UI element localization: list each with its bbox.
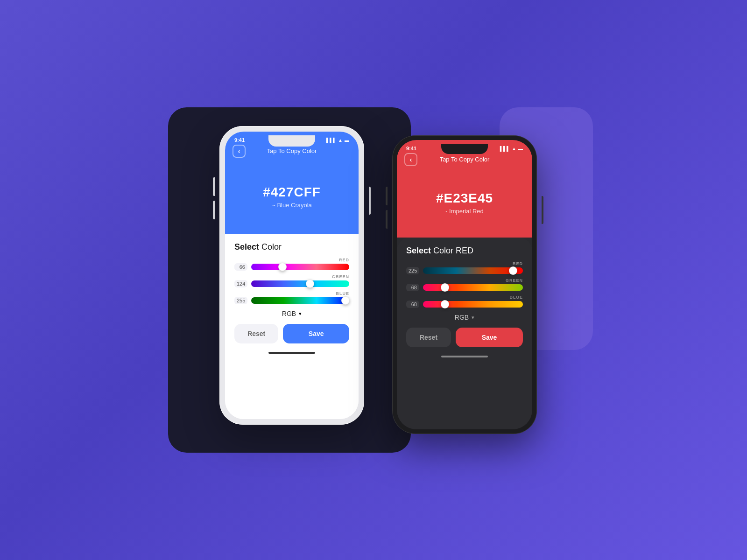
- header-title-white: Tap To Copy Color: [267, 147, 317, 154]
- status-time-dark: 9:41: [406, 146, 416, 151]
- phone-black: 9:41 ▌▌▌ ▲ ▬ ‹ Tap To Copy Color: [392, 135, 537, 434]
- reset-button-dark[interactable]: Reset: [406, 328, 451, 347]
- slider-inner-green-white: 124: [234, 280, 349, 287]
- slider-value-green-dark: 68: [406, 284, 419, 291]
- rgb-row-dark[interactable]: RGB ▾: [406, 314, 523, 321]
- color-name-dark: - Imperial Red: [445, 208, 484, 215]
- phone-white-wrapper: 9:41 ▌▌▌ ▲ ▬ ‹ Tap To Copy Color: [219, 126, 364, 425]
- volume-down-btn-dark[interactable]: [386, 210, 388, 229]
- slider-thumb-blue-white[interactable]: [341, 296, 350, 305]
- save-button-white[interactable]: Save: [283, 324, 349, 343]
- slider-label-blue-dark: BLUE: [406, 295, 523, 300]
- slider-row-red-white: RED 66: [234, 258, 349, 271]
- scene: 9:41 ▌▌▌ ▲ ▬ ‹ Tap To Copy Color: [140, 70, 607, 490]
- select-bold-dark: Select: [406, 246, 431, 255]
- color-display-blue[interactable]: #427CFF ~ Blue Crayola: [225, 159, 359, 234]
- rgb-row-white[interactable]: RGB ▾: [234, 310, 349, 317]
- back-button-white[interactable]: ‹: [233, 145, 246, 158]
- color-name-white: ~ Blue Crayola: [272, 202, 312, 209]
- slider-value-red-dark: 225: [406, 267, 419, 274]
- slider-track-red-dark[interactable]: [423, 267, 523, 274]
- signal-icon-white: ▌▌▌: [326, 138, 336, 143]
- slider-track-green-white[interactable]: [251, 280, 349, 287]
- status-icons-white: ▌▌▌ ▲ ▬: [326, 138, 349, 143]
- slider-thumb-blue-dark[interactable]: [441, 300, 449, 308]
- slider-row-green-white: GREEN 124: [234, 274, 349, 287]
- signal-icon-dark: ▌▌▌: [500, 146, 510, 151]
- slider-track-green-dark[interactable]: [423, 284, 523, 291]
- slider-value-blue-dark: 68: [406, 301, 419, 308]
- slider-row-blue-dark: BLUE 68: [406, 295, 523, 308]
- wifi-icon-dark: ▲: [512, 146, 516, 151]
- power-btn-dark[interactable]: [542, 196, 543, 224]
- slider-label-green-white: GREEN: [234, 274, 349, 279]
- phone-black-wrapper: 9:41 ▌▌▌ ▲ ▬ ‹ Tap To Copy Color: [392, 135, 537, 434]
- slider-track-blue-white[interactable]: [251, 297, 349, 304]
- slider-value-green-white: 124: [234, 280, 247, 287]
- header-dark: ‹ Tap To Copy Color: [397, 153, 532, 168]
- slider-inner-red-white: 66: [234, 263, 349, 271]
- save-button-dark[interactable]: Save: [456, 328, 523, 347]
- color-hex-dark: #E23E45: [436, 191, 493, 206]
- rgb-label-white: RGB: [282, 310, 296, 317]
- rgb-label-dark: RGB: [455, 314, 469, 321]
- status-icons-dark: ▌▌▌ ▲ ▬: [500, 146, 523, 151]
- volume-up-btn[interactable]: [213, 177, 215, 196]
- header-white: ‹ Tap To Copy Color: [225, 145, 359, 159]
- slider-label-green-dark: GREEN: [406, 278, 523, 283]
- slider-row-blue-white: BLUE 255: [234, 291, 349, 304]
- slider-thumb-green-dark[interactable]: [441, 283, 449, 292]
- slider-label-red-white: RED: [234, 258, 349, 262]
- volume-up-btn-dark[interactable]: [386, 187, 388, 205]
- phone-white: 9:41 ▌▌▌ ▲ ▬ ‹ Tap To Copy Color: [219, 126, 364, 425]
- volume-down-btn[interactable]: [213, 201, 215, 219]
- btn-row-dark: Reset Save: [406, 328, 523, 347]
- home-indicator-dark: [406, 352, 523, 361]
- slider-row-red-dark: RED 225: [406, 261, 523, 274]
- slider-group-white: RED 66 GREEN 124: [234, 258, 349, 304]
- header-title-dark: Tap To Copy Color: [440, 156, 490, 163]
- slider-label-blue-white: BLUE: [234, 291, 349, 296]
- chevron-down-icon-dark: ▾: [472, 315, 474, 321]
- notch-white: [268, 135, 315, 147]
- btn-row-white: Reset Save: [234, 324, 349, 343]
- slider-label-red-dark: RED: [406, 261, 523, 266]
- back-button-dark[interactable]: ‹: [404, 153, 417, 166]
- bottom-panel-white: Select Color RED 66: [225, 234, 359, 419]
- color-display-red[interactable]: #E23E45 - Imperial Red: [397, 168, 532, 238]
- slider-inner-blue-white: 255: [234, 297, 349, 304]
- bottom-panel-dark: Select Color RED RED 225: [397, 238, 532, 429]
- slider-value-red-white: 66: [234, 263, 247, 271]
- slider-track-red-white[interactable]: [251, 264, 349, 270]
- select-title-white: Select Color: [234, 242, 349, 252]
- slider-thumb-green-white[interactable]: [306, 280, 314, 288]
- phone-white-screen: 9:41 ▌▌▌ ▲ ▬ ‹ Tap To Copy Color: [225, 132, 359, 419]
- slider-thumb-red-white[interactable]: [278, 263, 287, 271]
- slider-inner-green-dark: 68: [406, 284, 523, 291]
- home-indicator-white: [234, 348, 349, 357]
- slider-value-blue-white: 255: [234, 297, 247, 304]
- select-title-dark: Select Color RED: [406, 246, 523, 256]
- reset-button-white[interactable]: Reset: [234, 324, 278, 343]
- status-time-white: 9:41: [234, 137, 245, 143]
- power-btn[interactable]: [369, 187, 371, 215]
- phone-black-screen: 9:41 ▌▌▌ ▲ ▬ ‹ Tap To Copy Color: [397, 140, 532, 429]
- slider-track-blue-dark[interactable]: [423, 301, 523, 308]
- select-bold-white: Select: [234, 242, 259, 252]
- slider-thumb-red-dark[interactable]: [509, 266, 517, 275]
- battery-icon-dark: ▬: [518, 146, 523, 151]
- notch-black: [441, 144, 488, 154]
- wifi-icon-white: ▲: [338, 138, 343, 143]
- slider-inner-blue-dark: 68: [406, 301, 523, 308]
- color-hex-white: #427CFF: [263, 185, 321, 200]
- slider-row-green-dark: GREEN 68: [406, 278, 523, 291]
- home-bar-dark: [441, 356, 488, 357]
- slider-inner-red-dark: 225: [406, 267, 523, 274]
- slider-group-dark: RED 225 GREEN 68: [406, 261, 523, 308]
- chevron-down-icon-white: ▾: [299, 311, 302, 317]
- home-bar-white: [268, 352, 315, 354]
- battery-icon-white: ▬: [345, 138, 349, 143]
